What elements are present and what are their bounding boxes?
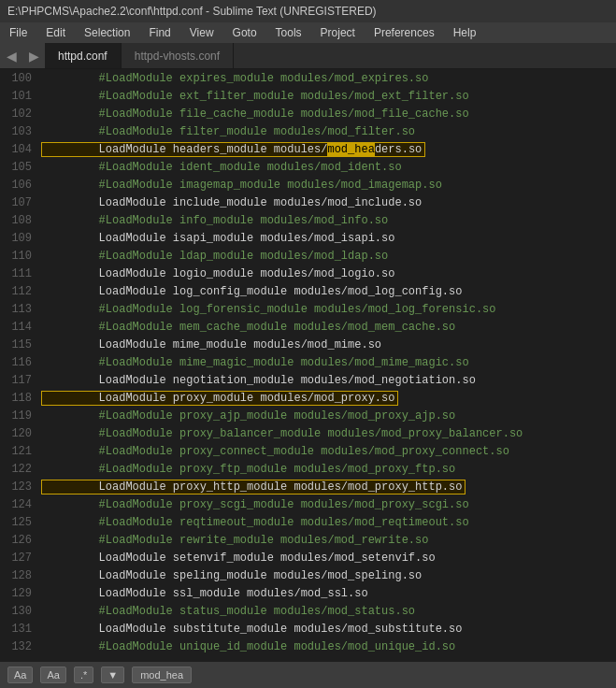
line-content: #LoadModule rewrite_module modules/mod_r… xyxy=(41,534,428,547)
code-line: 111 LoadModule logio_module modules/mod_… xyxy=(0,265,616,282)
line-content: LoadModule isapi_module modules/mod_isap… xyxy=(41,232,394,245)
line-content: #LoadModule ident_module modules/mod_ide… xyxy=(41,161,402,174)
tab-nav-back[interactable]: ◀ xyxy=(0,43,22,68)
line-number: 129 xyxy=(0,587,41,600)
code-line: 108 #LoadModule info_module modules/mod_… xyxy=(0,211,616,229)
menu-item-goto[interactable]: Goto xyxy=(223,24,266,41)
code-line: 122 #LoadModule proxy_ftp_module modules… xyxy=(0,460,616,478)
line-content: #LoadModule ext_filter_module modules/mo… xyxy=(41,90,469,103)
tab-httpd-conf[interactable]: httpd.conf xyxy=(45,43,122,68)
line-number: 106 xyxy=(0,179,41,192)
line-number: 124 xyxy=(0,498,41,511)
line-content: #LoadModule ldap_module modules/mod_ldap… xyxy=(41,250,388,263)
line-number: 108 xyxy=(0,214,41,227)
line-content: #LoadModule log_forensic_module modules/… xyxy=(41,303,495,316)
line-content: LoadModule include_module modules/mod_in… xyxy=(41,196,422,209)
code-line: 119 #LoadModule proxy_ajp_module modules… xyxy=(0,407,616,424)
line-content: LoadModule speling_module modules/mod_sp… xyxy=(41,569,422,582)
line-number: 123 xyxy=(0,480,41,494)
line-number: 120 xyxy=(0,427,41,440)
line-number: 130 xyxy=(0,605,41,618)
code-line: 118 LoadModule proxy_module modules/mod_… xyxy=(0,389,616,407)
menu-item-project[interactable]: Project xyxy=(311,24,365,41)
line-content: #LoadModule reqtimeout_module modules/mo… xyxy=(41,516,469,529)
tab-label: httpd-vhosts.conf xyxy=(135,50,220,63)
menu-bar: FileEditSelectionFindViewGotoToolsProjec… xyxy=(0,22,616,43)
tab-httpd-vhosts[interactable]: httpd-vhosts.conf xyxy=(122,43,234,68)
line-content: LoadModule substitute_module modules/mod… xyxy=(41,623,462,636)
menu-item-preferences[interactable]: Preferences xyxy=(365,24,444,41)
line-number: 104 xyxy=(0,143,41,156)
line-content: LoadModule headers_module modules/mod_he… xyxy=(41,142,425,157)
code-line: 103 #LoadModule filter_module modules/mo… xyxy=(0,122,616,140)
menu-item-help[interactable]: Help xyxy=(444,24,486,41)
line-number: 117 xyxy=(0,374,41,387)
code-area: 100 #LoadModule expires_module modules/m… xyxy=(0,69,616,662)
line-number: 109 xyxy=(0,232,41,245)
regex-btn[interactable]: .* xyxy=(74,666,93,683)
tab-label: httpd.conf xyxy=(58,50,107,63)
status-bar: Aa Aa .* ▼ mod_hea xyxy=(0,662,616,688)
line-content: LoadModule mime_module modules/mod_mime.… xyxy=(41,338,381,351)
code-line: 124 #LoadModule proxy_scgi_module module… xyxy=(0,495,616,513)
code-line: 100 #LoadModule expires_module modules/m… xyxy=(0,69,616,87)
highlight-text: mod_hea xyxy=(327,143,374,156)
line-number: 128 xyxy=(0,569,41,582)
line-number: 113 xyxy=(0,303,41,316)
line-content: LoadModule log_config_module modules/mod… xyxy=(41,285,462,298)
code-line: 107 LoadModule include_module modules/mo… xyxy=(0,194,616,211)
line-content: #LoadModule unique_id_module modules/mod… xyxy=(41,640,455,653)
code-line: 102 #LoadModule file_cache_module module… xyxy=(0,105,616,122)
code-line: 126 #LoadModule rewrite_module modules/m… xyxy=(0,531,616,549)
line-content: LoadModule negotiation_module modules/mo… xyxy=(41,374,476,387)
menu-item-find[interactable]: Find xyxy=(139,24,179,41)
code-line: 113 #LoadModule log_forensic_module modu… xyxy=(0,300,616,318)
line-content: #LoadModule proxy_ftp_module modules/mod… xyxy=(41,463,455,476)
line-number: 125 xyxy=(0,516,41,529)
code-line: 114 #LoadModule mem_cache_module modules… xyxy=(0,318,616,336)
line-number: 110 xyxy=(0,250,41,263)
menu-item-selection[interactable]: Selection xyxy=(75,24,139,41)
line-number: 112 xyxy=(0,285,41,298)
code-line: 125 #LoadModule reqtimeout_module module… xyxy=(0,513,616,531)
menu-item-file[interactable]: File xyxy=(0,24,36,41)
code-line: 132 #LoadModule unique_id_module modules… xyxy=(0,638,616,655)
code-line: 104 LoadModule headers_module modules/mo… xyxy=(0,140,616,158)
line-content: #LoadModule status_module modules/mod_st… xyxy=(41,605,415,618)
whole-word-btn[interactable]: Aa xyxy=(40,666,65,683)
line-content: LoadModule setenvif_module modules/mod_s… xyxy=(41,552,436,565)
line-number: 103 xyxy=(0,125,41,138)
line-number: 107 xyxy=(0,196,41,209)
menu-item-edit[interactable]: Edit xyxy=(36,24,75,41)
line-number: 102 xyxy=(0,108,41,121)
code-line: 130 #LoadModule status_module modules/mo… xyxy=(0,602,616,620)
line-number: 119 xyxy=(0,409,41,423)
line-number: 100 xyxy=(0,72,41,85)
case-sensitive-btn[interactable]: Aa xyxy=(7,666,33,683)
menu-item-view[interactable]: View xyxy=(180,24,223,41)
search-label: mod_hea xyxy=(132,666,192,683)
line-content: #LoadModule proxy_scgi_module modules/mo… xyxy=(41,498,469,511)
line-content: LoadModule proxy_http_module modules/mod… xyxy=(41,480,466,494)
menu-item-tools[interactable]: Tools xyxy=(266,24,311,41)
line-content: LoadModule logio_module modules/mod_logi… xyxy=(41,267,394,280)
line-number: 114 xyxy=(0,321,41,334)
tab-nav-forward[interactable]: ▶ xyxy=(22,43,45,68)
line-content: #LoadModule file_cache_module modules/mo… xyxy=(41,108,469,121)
code-line: 112 LoadModule log_config_module modules… xyxy=(0,282,616,300)
code-line: 117 LoadModule negotiation_module module… xyxy=(0,371,616,389)
code-line: 127 LoadModule setenvif_module modules/m… xyxy=(0,549,616,566)
line-number: 116 xyxy=(0,356,41,369)
line-number: 101 xyxy=(0,90,41,103)
line-content: LoadModule ssl_module modules/mod_ssl.so xyxy=(41,587,368,600)
line-content: #LoadModule proxy_connect_module modules… xyxy=(41,445,509,458)
code-line: 105 #LoadModule ident_module modules/mod… xyxy=(0,158,616,176)
code-line: 109 LoadModule isapi_module modules/mod_… xyxy=(0,229,616,247)
line-content: #LoadModule mime_magic_module modules/mo… xyxy=(41,356,469,369)
options-btn[interactable]: ▼ xyxy=(101,666,124,683)
code-line: 101 #LoadModule ext_filter_module module… xyxy=(0,87,616,105)
line-number: 127 xyxy=(0,552,41,565)
tab-bar: ◀ ▶ httpd.conf httpd-vhosts.conf xyxy=(0,43,616,69)
line-content: LoadModule proxy_module modules/mod_prox… xyxy=(41,391,398,406)
code-line: 120 #LoadModule proxy_balancer_module mo… xyxy=(0,424,616,442)
